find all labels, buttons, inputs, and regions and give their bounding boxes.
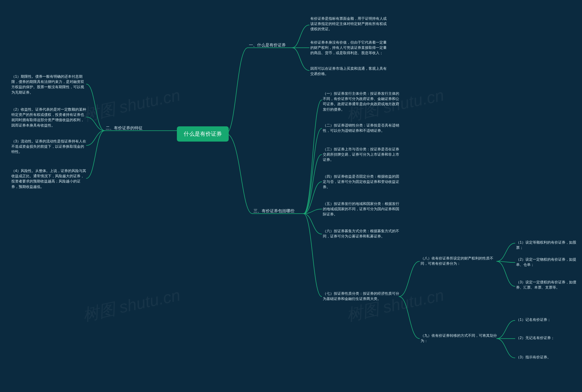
node-b3c7b[interactable]: （九）依有价证券转移的方式不同，可将其划分为： bbox=[421, 333, 498, 343]
node-b1c3[interactable]: 因而可以在证券市场上买卖和流通，客观上具有交易价格。 bbox=[310, 66, 388, 76]
node-b3c7b2[interactable]: （2）无记名有价证券； bbox=[516, 335, 554, 340]
branch-2-label[interactable]: 二、有价证券的特征 bbox=[106, 125, 143, 131]
node-b3c7a1[interactable]: （1）设定等额权利的有价证券，如股票； bbox=[516, 240, 580, 250]
node-b2c2[interactable]: （2）收益性。证券代表的是对一定数额的某种特定资产的所有权或债权，投资者持有证券… bbox=[11, 107, 86, 128]
node-b3c6[interactable]: （六）按证券募集方式分类：根据募集方式的不同，证券可分为公募证券和私募证券。 bbox=[323, 228, 400, 239]
node-b3c4[interactable]: （四）按证券收益是否固定分类：根据收益的固定与否，证券可分为固定收益证券和变动收… bbox=[323, 174, 400, 190]
node-b2c3[interactable]: （3）流动性。证券的流动性是指证券持有人在不造成资金损失的前提下，以证券换取现金… bbox=[11, 138, 86, 154]
node-b3c5[interactable]: （五）按证券发行的地域和国家分类：根据发行的地域或国家的不同，证券可分为国内证券… bbox=[323, 201, 400, 217]
branch-1-label[interactable]: 一、什么是有价证券 bbox=[249, 42, 286, 48]
node-b3c2[interactable]: （二）按证券适销性分类：证券按是否具有适销性，可以分为适销证券和不适销证券。 bbox=[323, 123, 400, 133]
watermark: 树图 shutu.cn bbox=[81, 283, 182, 327]
node-b3c7b1[interactable]: （1）记名有价证券； bbox=[516, 317, 551, 322]
node-b3c7[interactable]: （七）按证券性质分类：按证券的经济性质可分为基础证券和金融衍生证券两大类。 bbox=[323, 291, 400, 301]
node-b2c1[interactable]: （1）期限性。债券一般有明确的还本付息期限，债券的期限具有法律约束力，是对融资双… bbox=[11, 74, 86, 95]
node-b1c1[interactable]: 有价证券是指标有票面金额，用于证明持有人或该证券指定的特定主体对特定财产拥有所有… bbox=[310, 16, 388, 32]
node-b3c7b3[interactable]: （3）指示有价证券。 bbox=[516, 354, 551, 360]
node-b1c2[interactable]: 有价证券本身没有价值，但由于它代表着一定量的财产权利，持有人可凭该证券直接取得一… bbox=[310, 40, 388, 56]
node-b2c4[interactable]: （4）风险性。从整体。上说，证券的风险与其收益成正比。通常情况下，风险越大的证券… bbox=[11, 168, 86, 189]
watermark: 树图 shutu.cn bbox=[344, 283, 446, 327]
mindmap-canvas: 树图 shutu.cn 树图 shutu.cn 树图 shutu.cn 树图 s… bbox=[0, 0, 582, 392]
root-node[interactable]: 什么是有价证券 bbox=[177, 126, 229, 142]
branch-3-label[interactable]: 三、有价证券包括哪些 bbox=[254, 208, 294, 214]
node-b3c7a[interactable]: （八）依有价证券所设定的财产权利的性质不同，可将有价证券分为： bbox=[421, 256, 498, 266]
node-b3c7a2[interactable]: （2）设定一定物权的有价证券，如提单、仓单； bbox=[516, 257, 580, 267]
node-b3c7a3[interactable]: （3）设定一定债权的有价证券，如债券、汇票、本票、支票等。 bbox=[516, 280, 580, 290]
node-b3c3[interactable]: （三）按证券上市与否分类：按证券是否在证券交易所挂牌交易，证券可分为上市证券和非… bbox=[323, 146, 400, 162]
node-b3c1[interactable]: （一）按证券发行主体分类：按证券发行主体的不同，有价证券可分为政府证券、金融证券… bbox=[323, 91, 400, 112]
watermark: 树图 shutu.cn bbox=[81, 83, 182, 127]
